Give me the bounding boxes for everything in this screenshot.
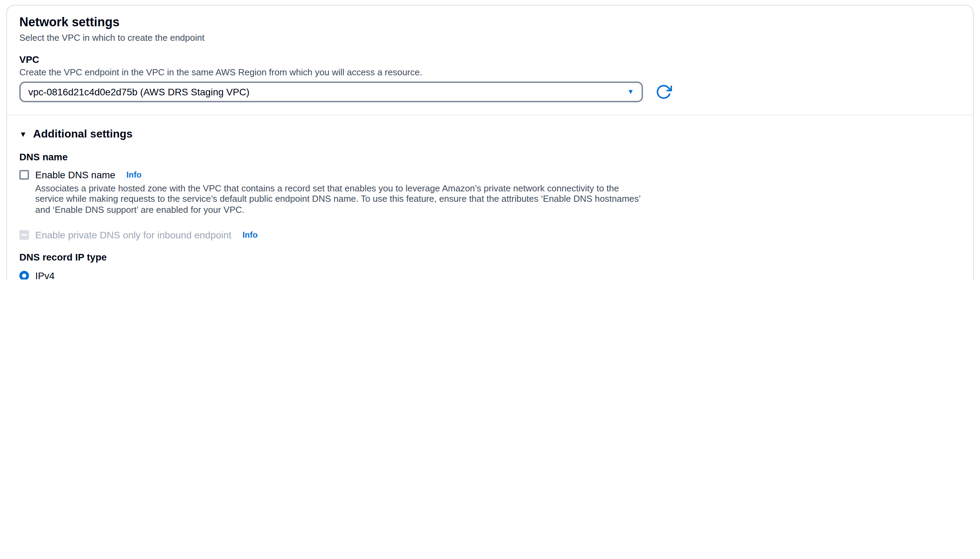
enable-dns-row: Enable DNS name Info — [19, 169, 961, 180]
dns-record-ip-type-label: DNS record IP type — [19, 251, 961, 263]
vpc-select-row: vpc-0816d21c4d0e2d75b (AWS DRS Staging V… — [19, 81, 961, 102]
network-settings-subtitle: Select the VPC in which to create the en… — [19, 32, 961, 43]
ipv4-radio[interactable] — [19, 271, 29, 280]
page: Network settings Select the VPC in which… — [0, 0, 980, 280]
dns-record-ip-type-group: IPv4 IPv6 Dualstack Service defined — [19, 269, 961, 280]
caret-down-icon: ▼ — [627, 88, 634, 95]
section-divider — [7, 114, 973, 115]
radio-option-ipv4: IPv4 — [19, 269, 961, 280]
dns-name-label: DNS name — [19, 151, 961, 162]
additional-settings-title: Additional settings — [33, 127, 133, 140]
network-settings-card: Network settings Select the VPC in which… — [6, 5, 974, 280]
enable-dns-info-link[interactable]: Info — [126, 170, 142, 179]
enable-dns-checkbox[interactable] — [19, 170, 29, 179]
inbound-dns-label: Enable private DNS only for inbound endp… — [35, 230, 231, 240]
refresh-button[interactable] — [655, 83, 672, 100]
inbound-dns-row: Enable private DNS only for inbound endp… — [19, 230, 961, 240]
ipv4-radio-label: IPv4 — [35, 270, 54, 280]
enable-dns-description: Associates a private hosted zone with th… — [35, 183, 643, 216]
inbound-dns-checkbox — [19, 230, 29, 240]
network-settings-title: Network settings — [19, 15, 961, 30]
refresh-icon — [655, 83, 672, 100]
vpc-description: Create the VPC endpoint in the VPC in th… — [19, 67, 961, 77]
vpc-select[interactable]: vpc-0816d21c4d0e2d75b (AWS DRS Staging V… — [19, 81, 643, 102]
vpc-label: VPC — [19, 53, 961, 64]
vpc-select-value: vpc-0816d21c4d0e2d75b (AWS DRS Staging V… — [28, 86, 249, 97]
additional-settings-expander[interactable]: ▼ Additional settings — [19, 127, 961, 140]
enable-dns-label: Enable DNS name — [35, 169, 115, 180]
inbound-dns-info-link[interactable]: Info — [243, 230, 257, 240]
expander-caret-icon: ▼ — [19, 129, 27, 138]
